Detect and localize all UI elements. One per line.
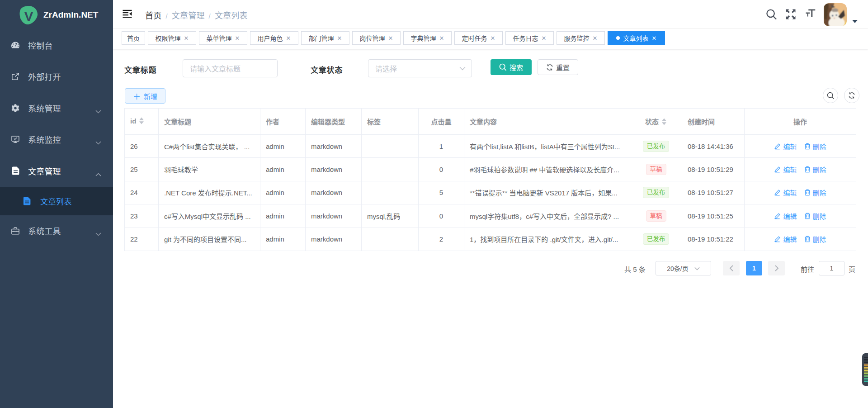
svg-text:V: V [24, 9, 33, 24]
